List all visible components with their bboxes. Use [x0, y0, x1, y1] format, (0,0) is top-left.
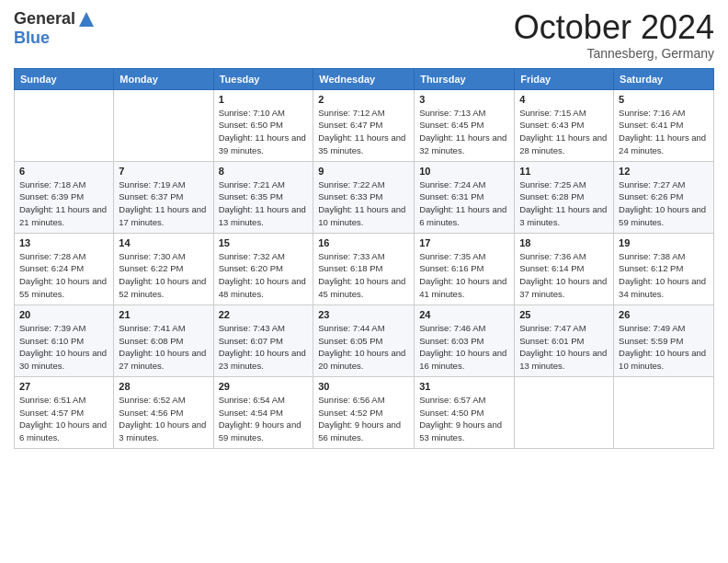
header-tuesday: Tuesday	[213, 68, 313, 89]
day-number: 2	[318, 94, 409, 105]
sunset-text: Sunset: 6:50 PM	[219, 120, 283, 130]
month-title: October 2024	[514, 9, 714, 46]
cell-w5-d3: 30Sunrise: 6:56 AMSunset: 4:52 PMDayligh…	[313, 376, 415, 448]
sunset-text: Sunset: 6:24 PM	[19, 263, 84, 273]
daylight-text: Daylight: 10 hours and 48 minutes.	[219, 276, 306, 299]
cell-w1-d4: 3Sunrise: 7:13 AMSunset: 6:45 PMDaylight…	[415, 89, 515, 161]
cell-w5-d6	[614, 376, 714, 448]
logo-general-text: General	[14, 9, 75, 29]
cell-w2-d3: 9Sunrise: 7:22 AMSunset: 6:33 PMDaylight…	[313, 161, 415, 233]
cell-w5-d4: 31Sunrise: 6:57 AMSunset: 4:50 PMDayligh…	[415, 376, 515, 448]
sunrise-text: Sunrise: 7:35 AM	[419, 251, 485, 261]
day-number: 8	[219, 166, 309, 177]
svg-marker-0	[79, 12, 94, 27]
sunset-text: Sunset: 6:03 PM	[419, 336, 483, 346]
sunset-text: Sunset: 6:33 PM	[318, 191, 382, 201]
day-number: 14	[119, 237, 208, 248]
header: General Blue October 2024 Tannesberg, Ge…	[14, 9, 714, 61]
week-row-4: 20Sunrise: 7:39 AMSunset: 6:10 PMDayligh…	[15, 304, 714, 376]
sunrise-text: Sunrise: 7:49 AM	[619, 323, 685, 333]
daylight-text: Daylight: 10 hours and 20 minutes.	[318, 348, 405, 371]
cell-w1-d1	[114, 89, 213, 161]
cell-w4-d5: 25Sunrise: 7:47 AMSunset: 6:01 PMDayligh…	[515, 304, 614, 376]
cell-w1-d6: 5Sunrise: 7:16 AMSunset: 6:41 PMDaylight…	[614, 89, 714, 161]
daylight-text: Daylight: 10 hours and 23 minutes.	[219, 348, 306, 371]
daylight-text: Daylight: 10 hours and 37 minutes.	[519, 276, 607, 299]
daylight-text: Daylight: 11 hours and 24 minutes.	[619, 132, 706, 155]
day-info: Sunrise: 7:28 AMSunset: 6:24 PMDaylight:…	[19, 250, 108, 301]
daylight-text: Daylight: 10 hours and 13 minutes.	[519, 348, 607, 371]
day-info: Sunrise: 7:13 AMSunset: 6:45 PMDaylight:…	[419, 107, 509, 157]
day-info: Sunrise: 6:56 AMSunset: 4:52 PMDaylight:…	[318, 394, 409, 444]
day-info: Sunrise: 7:32 AMSunset: 6:20 PMDaylight:…	[219, 250, 309, 301]
day-number: 24	[419, 309, 509, 320]
daylight-text: Daylight: 10 hours and 3 minutes.	[119, 419, 206, 442]
sunset-text: Sunset: 6:35 PM	[219, 191, 283, 201]
sunset-text: Sunset: 4:56 PM	[119, 408, 183, 418]
sunrise-text: Sunrise: 7:41 AM	[119, 323, 185, 333]
cell-w2-d4: 10Sunrise: 7:24 AMSunset: 6:31 PMDayligh…	[415, 161, 515, 233]
sunset-text: Sunset: 6:39 PM	[19, 191, 84, 201]
logo-icon	[77, 10, 96, 29]
day-number: 29	[219, 381, 309, 392]
sunrise-text: Sunrise: 7:22 AM	[318, 179, 384, 190]
day-info: Sunrise: 7:47 AMSunset: 6:01 PMDaylight:…	[519, 322, 609, 373]
daylight-text: Daylight: 10 hours and 55 minutes.	[19, 276, 107, 299]
cell-w5-d1: 28Sunrise: 6:52 AMSunset: 4:56 PMDayligh…	[114, 376, 213, 448]
daylight-text: Daylight: 10 hours and 41 minutes.	[419, 276, 506, 299]
sunrise-text: Sunrise: 7:44 AM	[318, 323, 384, 333]
day-info: Sunrise: 7:33 AMSunset: 6:18 PMDaylight:…	[318, 250, 409, 301]
day-number: 12	[619, 166, 709, 177]
cell-w2-d0: 6Sunrise: 7:18 AMSunset: 6:39 PMDaylight…	[15, 161, 114, 233]
sunrise-text: Sunrise: 7:27 AM	[619, 179, 685, 190]
sunset-text: Sunset: 6:07 PM	[219, 336, 283, 346]
cell-w3-d0: 13Sunrise: 7:28 AMSunset: 6:24 PMDayligh…	[15, 233, 114, 304]
cell-w1-d0	[15, 89, 114, 161]
day-info: Sunrise: 7:41 AMSunset: 6:08 PMDaylight:…	[119, 322, 208, 373]
day-info: Sunrise: 6:52 AMSunset: 4:56 PMDaylight:…	[119, 394, 208, 444]
title-block: October 2024 Tannesberg, Germany	[514, 9, 714, 61]
sunset-text: Sunset: 4:54 PM	[219, 408, 283, 418]
cell-w4-d2: 22Sunrise: 7:43 AMSunset: 6:07 PMDayligh…	[213, 304, 313, 376]
day-info: Sunrise: 6:57 AMSunset: 4:50 PMDaylight:…	[419, 394, 509, 444]
sunrise-text: Sunrise: 6:54 AM	[219, 395, 285, 405]
sunset-text: Sunset: 6:28 PM	[519, 191, 584, 201]
day-number: 13	[19, 237, 108, 248]
day-number: 21	[119, 309, 208, 320]
day-info: Sunrise: 7:12 AMSunset: 6:47 PMDaylight:…	[318, 107, 409, 157]
cell-w5-d2: 29Sunrise: 6:54 AMSunset: 4:54 PMDayligh…	[213, 376, 313, 448]
cell-w2-d1: 7Sunrise: 7:19 AMSunset: 6:37 PMDaylight…	[114, 161, 213, 233]
day-info: Sunrise: 7:22 AMSunset: 6:33 PMDaylight:…	[318, 178, 409, 229]
daylight-text: Daylight: 11 hours and 3 minutes.	[519, 204, 607, 227]
sunset-text: Sunset: 6:20 PM	[219, 263, 283, 273]
daylight-text: Daylight: 11 hours and 39 minutes.	[219, 132, 306, 155]
logo-blue-text: Blue	[14, 29, 50, 48]
sunset-text: Sunset: 6:47 PM	[318, 120, 382, 130]
sunset-text: Sunset: 5:59 PM	[619, 336, 683, 346]
logo: General Blue	[14, 9, 96, 48]
day-info: Sunrise: 7:36 AMSunset: 6:14 PMDaylight:…	[519, 250, 609, 301]
header-sunday: Sunday	[15, 68, 114, 89]
day-info: Sunrise: 6:54 AMSunset: 4:54 PMDaylight:…	[219, 394, 309, 444]
sunrise-text: Sunrise: 7:28 AM	[19, 251, 85, 261]
day-info: Sunrise: 7:44 AMSunset: 6:05 PMDaylight:…	[318, 322, 409, 373]
sunrise-text: Sunrise: 7:19 AM	[119, 179, 185, 190]
day-info: Sunrise: 6:51 AMSunset: 4:57 PMDaylight:…	[19, 394, 108, 444]
cell-w5-d5	[515, 376, 614, 448]
cell-w3-d1: 14Sunrise: 7:30 AMSunset: 6:22 PMDayligh…	[114, 233, 213, 304]
sunset-text: Sunset: 6:45 PM	[419, 120, 483, 130]
day-number: 28	[119, 381, 208, 392]
day-info: Sunrise: 7:16 AMSunset: 6:41 PMDaylight:…	[619, 107, 709, 157]
daylight-text: Daylight: 11 hours and 21 minutes.	[19, 204, 107, 227]
day-info: Sunrise: 7:35 AMSunset: 6:16 PMDaylight:…	[419, 250, 509, 301]
day-number: 3	[419, 94, 509, 105]
day-info: Sunrise: 7:43 AMSunset: 6:07 PMDaylight:…	[219, 322, 309, 373]
daylight-text: Daylight: 10 hours and 45 minutes.	[318, 276, 405, 299]
day-info: Sunrise: 7:18 AMSunset: 6:39 PMDaylight:…	[19, 178, 108, 229]
sunset-text: Sunset: 6:43 PM	[519, 120, 584, 130]
sunrise-text: Sunrise: 6:52 AM	[119, 395, 185, 405]
daylight-text: Daylight: 11 hours and 32 minutes.	[419, 132, 506, 155]
sunrise-text: Sunrise: 7:39 AM	[19, 323, 85, 333]
cell-w1-d2: 1Sunrise: 7:10 AMSunset: 6:50 PMDaylight…	[213, 89, 313, 161]
sunrise-text: Sunrise: 7:36 AM	[519, 251, 586, 261]
